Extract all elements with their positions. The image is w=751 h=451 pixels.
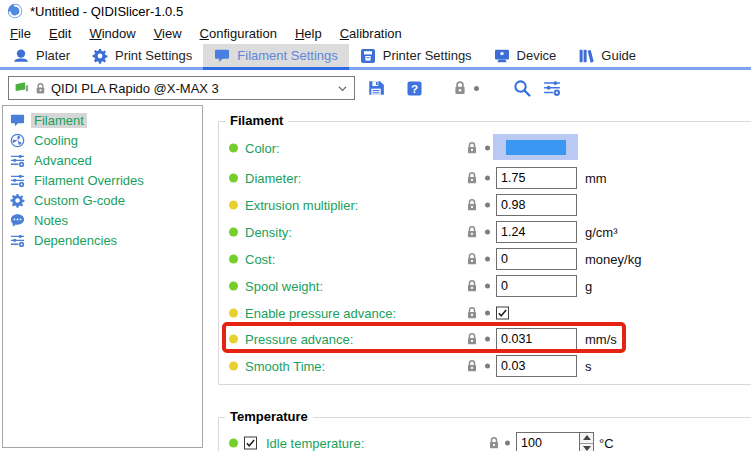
idle-temperature-checkbox[interactable] <box>244 437 257 450</box>
sidebar-item-custom-gcode[interactable]: Custom G-code <box>3 190 202 210</box>
sidebar-item-label: Filament <box>31 113 87 128</box>
sidebar-item-label: Dependencies <box>31 233 120 248</box>
setting-row-diameter: Diameter: mm <box>219 167 751 189</box>
tab-print-settings[interactable]: Print Settings <box>81 44 203 67</box>
system-value-bullet <box>229 439 238 448</box>
settings-mode-button[interactable] <box>542 78 562 98</box>
sliders-gear-icon <box>10 173 25 188</box>
revert-dot-icon <box>485 230 490 235</box>
extrusion-multiplier-input[interactable] <box>496 194 577 216</box>
sidebar-item-label: Cooling <box>31 133 81 148</box>
tab-filament-settings[interactable]: Filament Settings <box>203 44 348 67</box>
plater-icon <box>13 48 29 64</box>
search-button[interactable] <box>512 78 532 98</box>
menu-window[interactable]: Window <box>80 24 144 43</box>
tab-label: Filament Settings <box>237 48 337 63</box>
setting-row-extrusion-multiplier: Extrusion multiplier: <box>219 194 751 216</box>
spinner-control <box>579 432 594 451</box>
density-input[interactable] <box>496 221 577 243</box>
lock-icon[interactable] <box>465 332 479 346</box>
settings-sliders-icon <box>543 79 561 97</box>
revert-dot-icon <box>485 257 490 262</box>
help-button[interactable] <box>404 78 424 98</box>
lock-preset-button[interactable] <box>450 78 470 98</box>
cost-input[interactable] <box>496 248 577 270</box>
menu-help[interactable]: Help <box>286 24 331 43</box>
sidebar-item-advanced[interactable]: Advanced <box>3 150 202 170</box>
tab-printer-settings[interactable]: Printer Settings <box>349 44 483 67</box>
setting-label: Extrusion multiplier: <box>245 198 358 213</box>
system-value-bullet <box>229 282 238 291</box>
spool-weight-input[interactable] <box>496 275 577 297</box>
lock-icon <box>34 82 47 95</box>
sidebar-item-dependencies[interactable]: Dependencies <box>3 230 202 250</box>
modified-value-bullet <box>229 309 238 318</box>
menu-view[interactable]: View <box>145 24 191 43</box>
preset-select[interactable]: QIDI PLA Rapido @X-MAX 3 <box>8 76 355 100</box>
setting-label: Density: <box>245 225 292 240</box>
main-tab-bar: Plater Print Settings Filament Settings … <box>0 44 751 70</box>
lock-icon[interactable] <box>465 252 479 266</box>
idle-temperature-input[interactable] <box>516 432 580 451</box>
tab-device[interactable]: Device <box>483 44 568 67</box>
guide-books-icon <box>578 48 594 64</box>
sidebar-item-notes[interactable]: Notes <box>3 210 202 230</box>
smooth-time-input[interactable] <box>496 355 577 377</box>
lock-icon[interactable] <box>465 141 479 155</box>
enable-pressure-advance-checkbox[interactable] <box>496 307 509 320</box>
gear-icon <box>92 48 108 64</box>
check-icon <box>497 308 508 319</box>
preset-name: QIDI PLA Rapido @X-MAX 3 <box>51 81 332 96</box>
lock-icon[interactable] <box>465 306 479 320</box>
unit-label: money/kg <box>585 252 641 267</box>
tab-label: Device <box>517 48 557 63</box>
chat-dots-icon <box>10 213 25 228</box>
arrow-up-icon <box>583 435 591 440</box>
setting-row-enable-pressure-advance: Enable pressure advance: <box>219 302 751 324</box>
sidebar-item-label: Filament Overrides <box>31 173 147 188</box>
sidebar-item-label: Notes <box>31 213 71 228</box>
unit-label: °C <box>599 436 614 451</box>
unit-label: mm <box>585 171 607 186</box>
section-title: Temperature <box>225 409 313 424</box>
lock-icon[interactable] <box>465 225 479 239</box>
system-value-bullet <box>229 228 238 237</box>
diameter-input[interactable] <box>496 167 577 189</box>
setting-label: Pressure advance: <box>245 332 353 347</box>
spin-up-button[interactable] <box>580 433 593 444</box>
setting-label: Spool weight: <box>245 279 323 294</box>
pressure-advance-input[interactable] <box>496 328 577 350</box>
sidebar-item-cooling[interactable]: Cooling <box>3 130 202 150</box>
menu-configuration[interactable]: Configuration <box>191 24 286 43</box>
tab-guide[interactable]: Guide <box>567 44 647 67</box>
save-preset-button[interactable] <box>366 78 386 98</box>
modified-value-bullet <box>229 335 238 344</box>
search-icon <box>513 79 531 97</box>
lock-icon[interactable] <box>465 279 479 293</box>
menu-file[interactable]: File <box>1 24 40 43</box>
arrow-down-icon <box>583 446 591 451</box>
sliders-gear-icon <box>10 153 25 168</box>
modified-value-bullet <box>229 201 238 210</box>
menu-edit[interactable]: Edit <box>40 24 80 43</box>
modified-value-bullet <box>229 362 238 371</box>
lock-icon[interactable] <box>465 198 479 212</box>
revert-dot-icon <box>485 337 490 342</box>
tab-plater[interactable]: Plater <box>2 44 81 67</box>
sidebar-item-filament[interactable]: Filament <box>3 110 202 130</box>
sidebar-item-filament-overrides[interactable]: Filament Overrides <box>3 170 202 190</box>
setting-label: Color: <box>245 141 280 156</box>
qidislicer-logo-icon <box>7 3 23 19</box>
menu-calibration[interactable]: Calibration <box>331 24 411 43</box>
system-value-bullet <box>229 174 238 183</box>
lock-icon[interactable] <box>465 359 479 373</box>
tab-label: Printer Settings <box>383 48 472 63</box>
lock-icon[interactable] <box>465 171 479 185</box>
color-swatch-button[interactable] <box>493 134 578 160</box>
setting-label: Cost: <box>245 252 275 267</box>
setting-row-color: Color: <box>219 137 751 159</box>
setting-label: Idle temperature: <box>266 436 364 451</box>
lock-icon[interactable] <box>487 436 501 450</box>
setting-row-idle-temperature: Idle temperature: °C <box>219 432 751 451</box>
spin-down-button[interactable] <box>580 444 593 451</box>
